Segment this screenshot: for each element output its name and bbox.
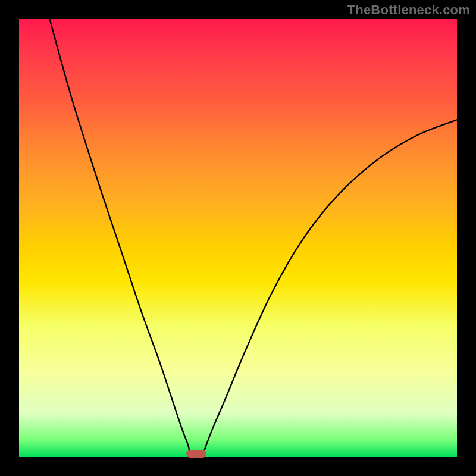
chart-frame: TheBottleneck.com	[0, 0, 476, 476]
plot-area	[19, 19, 457, 457]
bottleneck-curve	[19, 19, 457, 457]
minimum-marker	[186, 450, 206, 458]
watermark-text: TheBottleneck.com	[347, 2, 470, 18]
